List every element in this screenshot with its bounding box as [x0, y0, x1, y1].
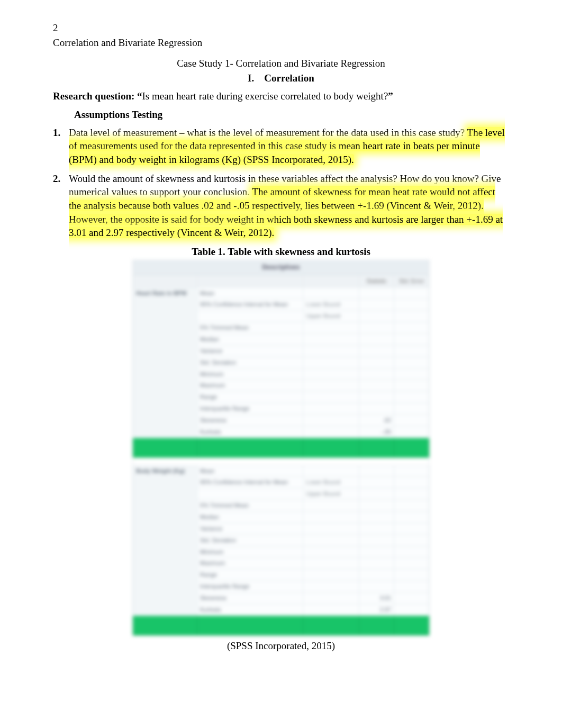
item-number: 1. — [53, 126, 69, 167]
research-question-close: ” — [388, 90, 393, 102]
spss-table-wrapper: Descriptives Statistic Std. Error Heart … — [53, 260, 509, 636]
table-caption: Table 1. Table with skewness and kurtosi… — [53, 245, 509, 259]
document-page: 2 Correlation and Bivariate Regression C… — [0, 0, 562, 728]
list-item: 1. Data level of measurement – what is t… — [53, 126, 509, 167]
table-title: Descriptives — [133, 260, 429, 275]
col-statistic: Statistic — [359, 275, 394, 287]
table-row: Heart Rate in BPMMean — [133, 287, 429, 299]
research-question: Research question: “Is mean heart rate d… — [53, 89, 509, 103]
running-head: Correlation and Bivariate Regression — [53, 36, 509, 50]
item-lead-text: Data level of measurement – what is the … — [69, 127, 467, 138]
table-highlight-row — [133, 438, 429, 457]
document-title: Case Study 1- Correlation and Bivariate … — [53, 57, 509, 70]
descriptives-body: Statistic Std. Error Heart Rate in BPMMe… — [133, 275, 429, 635]
table-row: Body Weight (Kg)Mean — [133, 465, 429, 477]
research-question-label: Research question: “ — [53, 90, 142, 102]
page-number: 2 — [53, 21, 509, 35]
table-source: (SPSS Incorporated, 2015) — [53, 639, 509, 653]
section-heading: I. Correlation — [53, 71, 509, 85]
item-content: Would the amount of skewness and kurtosi… — [69, 172, 509, 240]
research-question-text: Is mean heart rate during exercise corre… — [142, 90, 388, 102]
table-header-row: Statistic Std. Error — [133, 275, 429, 287]
section-numeral: I. — [248, 72, 254, 84]
assumptions-heading: Assumptions Testing — [74, 108, 509, 122]
col-stderror: Std. Error — [394, 275, 429, 287]
table-highlight-row — [133, 615, 429, 635]
assumptions-list: 1. Data level of measurement – what is t… — [53, 126, 509, 240]
descriptives-table: Descriptives Statistic Std. Error Heart … — [132, 260, 430, 636]
section-label: Correlation — [264, 72, 314, 84]
list-item: 2. Would the amount of skewness and kurt… — [53, 172, 509, 240]
item-content: Data level of measurement – what is the … — [69, 126, 509, 167]
item-number: 2. — [53, 172, 69, 240]
